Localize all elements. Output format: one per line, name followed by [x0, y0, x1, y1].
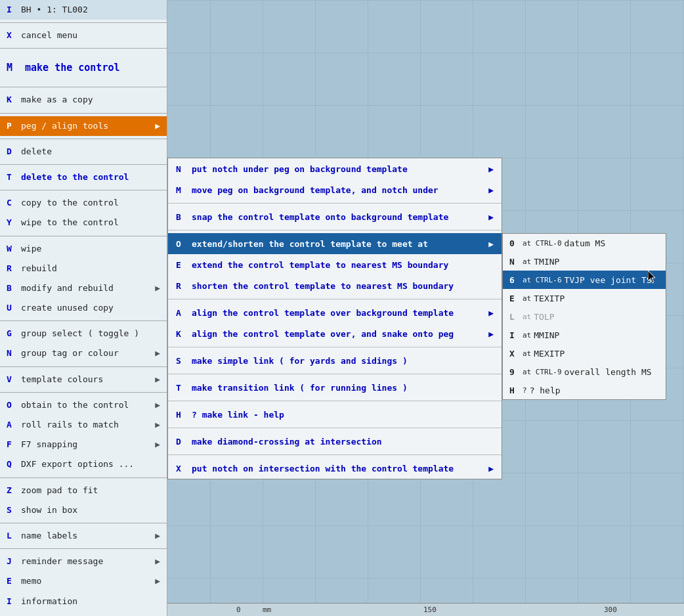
key-create-unused: U [7, 302, 18, 314]
key-rebuild: R [7, 263, 18, 275]
menu-information[interactable]: I information [0, 592, 167, 611]
key-information: I [7, 596, 18, 607]
key-tminp: N [509, 257, 520, 267]
submenu-divider-6 [168, 401, 502, 401]
submenu-extend-nearest[interactable]: E extend the control template to nearest… [168, 254, 502, 275]
key-zoom-pad: Z [7, 485, 18, 496]
menu-f7-snapping[interactable]: F F7 snapping ▶ [0, 435, 167, 454]
label-make-copy: make as a copy [21, 94, 93, 106]
submenu-make-simple-link[interactable]: S make simple link ( for yards and sidin… [168, 350, 502, 371]
submenu-shorten-nearest[interactable]: R shorten the control template to neares… [168, 275, 502, 296]
divider-1 [0, 22, 167, 23]
submenu-make-diamond[interactable]: D make diamond-crossing at intersection [168, 431, 502, 452]
submenu2-help[interactable]: H ? ? help [503, 381, 666, 399]
submenu-make-transition[interactable]: T make transition link ( for running lin… [168, 377, 502, 398]
submenu-make-link-help[interactable]: H ? make link - help [168, 404, 502, 425]
menu-template-colours[interactable]: V template colours ▶ [0, 370, 167, 389]
menu-create-unused[interactable]: U create unused copy [0, 298, 167, 318]
menu-dxf-export[interactable]: Q DXF export options ... [0, 454, 167, 474]
submenu-divider-1 [168, 203, 502, 204]
key-help: H [509, 385, 520, 395]
key-modify-rebuild: B [7, 282, 18, 294]
divider-9 [0, 320, 167, 321]
submenu-move-peg[interactable]: M move peg on background template, and n… [168, 179, 502, 200]
menu-key-title: I [7, 4, 18, 16]
ctrl-overall-length: at CTRL-9 [523, 368, 562, 376]
submenu-align-over[interactable]: A align the control template over backgr… [168, 302, 502, 323]
at-texitp: at [523, 294, 531, 303]
ruler-mark-300: 300 [604, 605, 617, 614]
submenu-divider-7 [168, 428, 502, 428]
divider-12 [0, 477, 167, 478]
label-roll-rails: roll rails to match [21, 419, 119, 431]
menu-modify-rebuild[interactable]: B modify and rebuild ▶ [0, 278, 167, 298]
menu-group-select[interactable]: G group select ( toggle ) [0, 324, 167, 343]
submenu2-mexitp[interactable]: X at MEXITP [503, 344, 666, 363]
label-put-notch-intersection: put notch on intersection with the contr… [192, 464, 454, 473]
menu-reminder[interactable]: J reminder message ▶ [0, 552, 167, 571]
submenu2-overall-length[interactable]: 9 at CTRL-9 overall length MS [503, 363, 666, 381]
label-create-unused: create unused copy [21, 302, 114, 314]
submenu2-mminp[interactable]: I at MMINP [503, 326, 666, 344]
label-show-box: show in box [21, 504, 77, 516]
label-make-diamond: make diamond-crossing at intersection [192, 437, 382, 447]
q-help: ? [523, 386, 527, 395]
submenu2-tolp: L at TOLP [503, 307, 666, 326]
key-make-copy: K [7, 94, 18, 106]
label-template-colours: template colours [21, 374, 103, 385]
menu-name-labels[interactable]: L name labels ▶ [0, 526, 167, 546]
divider-7 [0, 190, 167, 190]
label-group-tag: group tag or colour [21, 347, 119, 359]
menu-rebuild[interactable]: R rebuild [0, 259, 167, 278]
menu-memo[interactable]: E memo ▶ [0, 571, 167, 591]
key-extend-nearest: E [176, 260, 188, 270]
submenu2-tminp[interactable]: N at TMINP [503, 252, 666, 271]
menu-zoom-pad[interactable]: Z zoom pad to fit [0, 481, 167, 500]
menu-title: I BH • 1: TL002 [0, 0, 167, 20]
label-dxf-export: DXF export options ... [21, 458, 134, 470]
divider-11 [0, 392, 167, 393]
menu-cancel[interactable]: X cancel menu [0, 26, 167, 45]
key-peg-align: P [7, 120, 18, 132]
divider-5 [0, 139, 167, 139]
menu-delete-control[interactable]: T delete to the control [0, 167, 167, 187]
key-copy-control: C [7, 197, 18, 209]
submenu-divider-2 [168, 230, 502, 231]
menu-copy-control[interactable]: C copy to the control [0, 193, 167, 213]
label-cancel: cancel menu [21, 30, 77, 41]
key-delete-control: T [7, 171, 18, 183]
submenu-put-notch[interactable]: N put notch under peg on background temp… [168, 158, 502, 179]
arrow-move-peg: ▶ [488, 185, 494, 195]
key-extend-shorten: O [176, 239, 188, 249]
menu-peg-align[interactable]: P peg / align tools ▶ [0, 116, 167, 136]
label-put-notch: put notch under peg on background templa… [192, 164, 408, 174]
menu-make-control[interactable]: M make the control [0, 51, 167, 84]
label-zoom-pad: zoom pad to fit [21, 485, 98, 496]
ctrl-tvjp: at CTRL-6 [523, 276, 562, 284]
submenu-align-snake[interactable]: K align the control template over, and s… [168, 323, 502, 344]
submenu2-texitp[interactable]: E at TEXITP [503, 289, 666, 307]
ctrl-datum-ms: at CTRL-0 [523, 239, 562, 248]
submenu-extend-shorten[interactable]: O extend/shorten the control template to… [168, 233, 502, 254]
menu-delete[interactable]: D delete [0, 142, 167, 162]
label-snap-control: snap the control template onto backgroun… [192, 212, 448, 222]
key-group-tag: N [7, 347, 18, 359]
submenu2-tvjp[interactable]: 6 at CTRL-6 TVJP vee joint TS [503, 271, 666, 289]
submenu-divider-5 [168, 374, 502, 374]
arrow-name-labels: ▶ [155, 530, 160, 542]
menu-wipe[interactable]: W wipe [0, 239, 167, 259]
submenu2-datum-ms[interactable]: 0 at CTRL-0 datum MS [503, 234, 666, 252]
arrow-put-notch: ▶ [488, 164, 494, 174]
menu-roll-rails[interactable]: A roll rails to match ▶ [0, 415, 167, 435]
key-f7-snapping: F [7, 439, 18, 451]
submenu-snap-control[interactable]: B snap the control template onto backgro… [168, 206, 502, 227]
key-make-diamond: D [176, 437, 188, 447]
menu-obtain-control[interactable]: O obtain to the control ▶ [0, 395, 167, 415]
menu-group-tag[interactable]: N group tag or colour ▶ [0, 343, 167, 363]
menu-make-copy[interactable]: K make as a copy [0, 90, 167, 110]
key-put-notch: N [176, 164, 188, 174]
menu-show-box[interactable]: S show in box [0, 500, 167, 520]
submenu-put-notch-intersection[interactable]: X put notch on intersection with the con… [168, 458, 502, 479]
arrow-memo: ▶ [155, 575, 160, 587]
menu-wipe-control[interactable]: Y wipe to the control [0, 213, 167, 232]
